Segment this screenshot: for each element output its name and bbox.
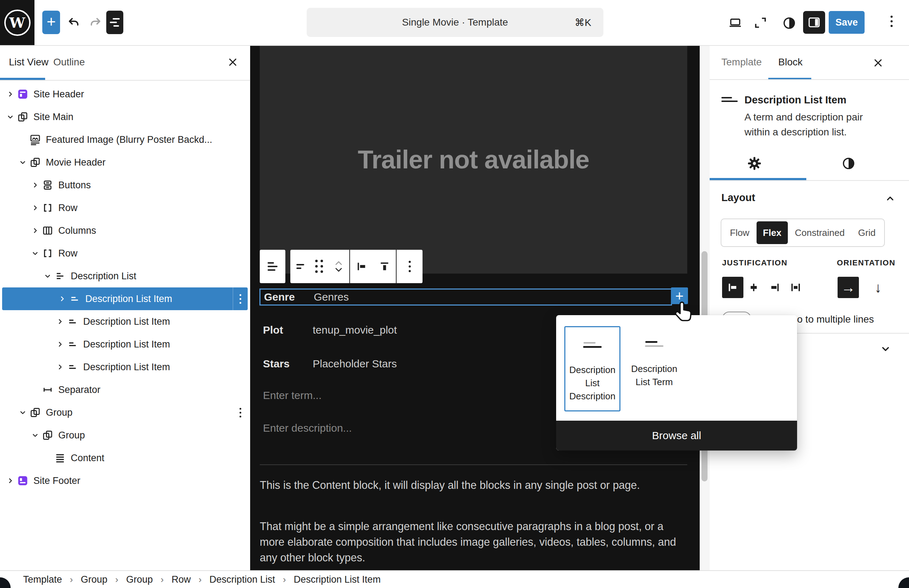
orientation-vertical-button[interactable]: ↓ [867,277,889,298]
justify-space-between-button[interactable] [785,277,806,298]
justify-left-button[interactable] [722,277,743,298]
content-icon [54,452,71,464]
canvas-scrollbar[interactable] [700,45,710,570]
chevron-right-icon[interactable] [53,362,67,372]
chevron-down-icon[interactable] [41,271,54,281]
layout-option-constrained[interactable]: Constrained [788,221,851,244]
justify-left-icon [355,260,368,273]
preview-device-button[interactable] [728,16,743,30]
tab-block[interactable]: Block [778,45,802,79]
chevron-right-icon[interactable] [3,89,17,99]
description-placeholder[interactable]: Enter description... [263,422,352,434]
dl-description[interactable]: Genres [314,291,349,303]
breadcrumb-item[interactable]: Template [23,574,62,585]
justify-center-button[interactable] [743,277,764,298]
justify-right-button[interactable] [764,277,785,298]
select-parent-button[interactable] [290,250,310,283]
vertical-align-button[interactable] [373,250,396,283]
content-paragraph[interactable]: This is the Content block, it will displ… [260,477,689,493]
close-list-view-button[interactable] [225,54,241,70]
save-button[interactable]: Save [829,11,865,34]
tree-item-description-list-item[interactable]: Description List Item [0,333,250,355]
dl-term[interactable]: Stars [263,358,313,370]
tree-item-site-footer[interactable]: Site Footer [0,469,250,492]
chevron-right-icon[interactable] [3,476,17,485]
item-options-button[interactable] [231,401,250,424]
tree-item-site-header[interactable]: Site Header [0,83,250,105]
tree-item-columns[interactable]: Columns [0,219,250,242]
layout-option-grid[interactable]: Grid [852,221,882,244]
move-up-icon[interactable] [334,260,343,266]
chevron-right-icon[interactable] [55,294,69,304]
tree-item-separator[interactable]: Separator [0,378,250,401]
item-options-button[interactable] [233,288,248,310]
chevron-right-icon[interactable] [28,181,42,190]
close-sidebar-button[interactable] [870,55,886,71]
command-center[interactable]: Single Movie · Template ⌘K [307,8,604,37]
tree-item-movie-header[interactable]: Movie Header [0,151,250,174]
chevron-down-icon[interactable] [28,431,42,440]
chevron-right-icon[interactable] [28,226,42,235]
undo-button[interactable] [67,16,81,30]
document-overview-toggle[interactable] [106,11,123,34]
more-options-button[interactable] [891,16,893,27]
collapsed-panel-chevron[interactable] [880,343,891,355]
dl-description[interactable]: tenup_movie_plot [313,324,397,336]
justification-button[interactable] [350,250,373,283]
chevron-right-icon[interactable] [53,340,67,349]
tree-item-row[interactable]: Row [0,242,250,265]
fullscreen-button[interactable] [753,16,768,30]
chevron-right-icon[interactable] [53,317,67,326]
breadcrumb-item[interactable]: Description List Item [294,574,381,585]
breadcrumb-item[interactable]: Row [172,574,191,585]
tree-item-featured-image[interactable]: Featured Image (Blurry Poster Backd... [0,128,250,151]
tab-settings[interactable] [746,155,763,171]
tree-item-description-list-item-selected[interactable]: Description List Item [2,288,248,310]
settings-sidebar-toggle[interactable] [803,11,825,34]
tree-item-description-list[interactable]: Description List [0,265,250,288]
chevron-down-icon[interactable] [3,112,17,121]
layout-panel-title[interactable]: Layout [722,192,755,204]
dl-row-genre-selected[interactable]: Genre Genres [259,289,672,305]
inserter-option-description-list-description[interactable]: Description List Description [564,326,620,412]
breadcrumb-item[interactable]: Group [81,574,107,585]
collapse-panel-button[interactable] [885,193,896,204]
redo-button[interactable] [88,16,102,30]
dl-term[interactable]: Plot [263,324,313,336]
wordpress-logo[interactable]: W [0,0,34,45]
chevron-down-icon[interactable] [16,408,29,417]
tree-item-site-main[interactable]: Site Main [0,105,250,128]
tree-item-group[interactable]: Group [0,401,250,424]
tree-item-row[interactable]: Row [0,197,250,219]
layout-option-flow[interactable]: Flow [723,221,756,244]
tree-item-buttons[interactable]: Buttons [0,174,250,197]
term-placeholder[interactable]: Enter term... [263,389,321,401]
tab-template[interactable]: Template [722,45,762,79]
layout-option-flex[interactable]: Flex [757,221,788,244]
tab-styles[interactable] [841,156,856,171]
chevron-down-icon[interactable] [16,158,29,167]
drag-handle[interactable] [310,250,328,283]
breadcrumb-item[interactable]: Description List [209,574,275,585]
toolbar-options-button[interactable] [397,250,423,283]
browse-all-button[interactable]: Browse all [556,421,797,451]
move-down-icon[interactable] [334,267,343,273]
separator-block[interactable] [260,464,687,465]
content-paragraph[interactable]: That might be a simple arrangement like … [260,519,689,565]
dl-description[interactable]: Placeholder Stars [313,358,397,370]
chevron-right-icon[interactable] [28,203,42,212]
tab-outline[interactable]: Outline [53,45,85,79]
block-type-button[interactable] [260,250,285,283]
block-inserter-button[interactable]: + [42,11,60,34]
tree-item-description-list-item[interactable]: Description List Item [0,310,250,333]
tree-item-group[interactable]: Group [0,424,250,447]
tree-item-description-list-item[interactable]: Description List Item [0,355,250,378]
chevron-down-icon[interactable] [28,249,42,258]
style-book-button[interactable] [782,16,797,31]
tab-list-view[interactable]: List View [9,45,49,79]
tree-item-content[interactable]: Content [0,447,250,469]
breadcrumb-item[interactable]: Group [126,574,153,585]
orientation-horizontal-button[interactable]: → [838,277,859,298]
dl-term[interactable]: Genre [264,291,314,303]
inserter-option-description-list-term[interactable]: Description List Term [627,326,681,409]
